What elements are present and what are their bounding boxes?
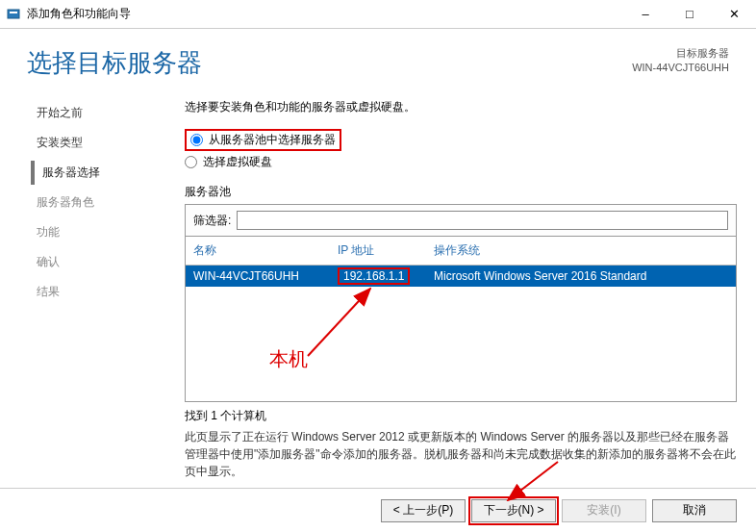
pool-label: 服务器池: [185, 184, 737, 200]
radio-vhd[interactable]: [185, 156, 197, 168]
svg-rect-0: [8, 10, 19, 18]
sidebar-item-confirm: 确认: [31, 250, 185, 274]
sidebar-item-before-begin[interactable]: 开始之前: [31, 101, 185, 125]
target-server-box: 目标服务器 WIN-44VCJT66UHH: [632, 46, 729, 80]
prev-button[interactable]: < 上一步(P): [381, 499, 466, 522]
target-value: WIN-44VCJT66UHH: [632, 61, 729, 75]
cell-os: Microsoft Windows Server 2016 Standard: [434, 269, 728, 283]
radio-from-pool-row[interactable]: 从服务器池中选择服务器: [185, 129, 737, 151]
app-icon: [6, 7, 21, 22]
sidebar-item-server-selection[interactable]: 服务器选择: [31, 161, 185, 185]
filter-label: 筛选器:: [193, 213, 231, 229]
svg-rect-1: [10, 12, 17, 13]
found-count: 找到 1 个计算机: [185, 408, 737, 424]
intro-text: 选择要安装角色和功能的服务器或虚拟硬盘。: [185, 99, 737, 115]
sidebar-item-install-type[interactable]: 安装类型: [31, 131, 185, 155]
wizard-footer: < 上一步(P) 下一步(N) > 安装(I) 取消: [0, 488, 756, 532]
annotation-local-machine: 本机: [269, 346, 308, 372]
radio-from-pool-label: 从服务器池中选择服务器: [209, 132, 336, 148]
col-ip[interactable]: IP 地址: [338, 242, 434, 259]
filter-input[interactable]: [237, 211, 728, 230]
titlebar: 添加角色和功能向导 – □ ✕: [0, 0, 756, 29]
table-header: 名称 IP 地址 操作系统: [186, 237, 736, 266]
sidebar-item-results: 结果: [31, 280, 185, 304]
sidebar-item-features: 功能: [31, 220, 185, 244]
main-panel: 选择要安装角色和功能的服务器或虚拟硬盘。 从服务器池中选择服务器 选择虚拟硬盘 …: [185, 89, 737, 480]
minimize-button[interactable]: –: [623, 0, 668, 29]
table-row[interactable]: WIN-44VCJT66UHH 192.168.1.1 Microsoft Wi…: [186, 266, 736, 287]
server-table: 名称 IP 地址 操作系统 WIN-44VCJT66UHH 192.168.1.…: [185, 237, 737, 402]
page-title: 选择目标服务器: [27, 46, 632, 80]
cell-name: WIN-44VCJT66UHH: [193, 269, 338, 283]
col-name[interactable]: 名称: [193, 242, 338, 259]
window-title: 添加角色和功能向导: [27, 6, 623, 22]
target-label: 目标服务器: [632, 46, 729, 61]
description-text: 此页显示了正在运行 Windows Server 2012 或更新版本的 Win…: [185, 428, 737, 480]
cell-ip: 192.168.1.1: [338, 267, 410, 285]
radio-vhd-row[interactable]: 选择虚拟硬盘: [185, 154, 737, 170]
wizard-sidebar: 开始之前 安装类型 服务器选择 服务器角色 功能 确认 结果: [31, 89, 185, 480]
cancel-button[interactable]: 取消: [652, 499, 737, 522]
close-button[interactable]: ✕: [712, 0, 756, 29]
radio-vhd-label: 选择虚拟硬盘: [203, 154, 272, 170]
next-button[interactable]: 下一步(N) >: [471, 499, 556, 522]
install-button: 安装(I): [562, 499, 646, 522]
sidebar-item-server-roles: 服务器角色: [31, 190, 185, 215]
filter-row: 筛选器:: [185, 204, 737, 237]
radio-from-pool[interactable]: [190, 134, 203, 146]
maximize-button[interactable]: □: [668, 0, 712, 29]
col-os[interactable]: 操作系统: [434, 242, 728, 259]
